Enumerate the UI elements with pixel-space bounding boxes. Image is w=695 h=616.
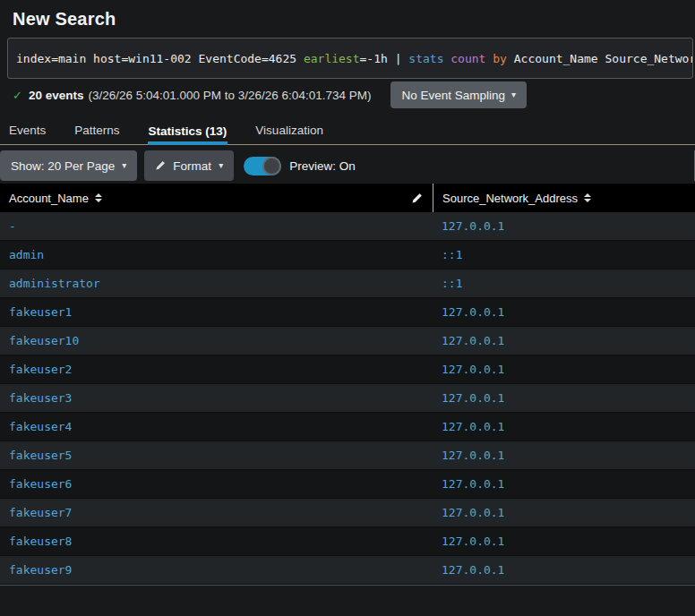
query-token-plain: | bbox=[395, 52, 409, 65]
source-network-address-value[interactable]: 127.0.0.1 bbox=[442, 535, 504, 548]
table-cell: 127.0.0.1 bbox=[433, 327, 695, 355]
source-network-address-value[interactable]: 127.0.0.1 bbox=[442, 391, 504, 405]
preview-label: Preview: On bbox=[289, 159, 356, 173]
table-cell: ::1 bbox=[433, 241, 695, 269]
account-name-value[interactable]: administrator bbox=[9, 277, 100, 290]
events-status-bar: ✓ 20 events (3/26/26 5:04:01.000 PM to 3… bbox=[0, 81, 695, 108]
source-network-address-value[interactable]: 127.0.0.1 bbox=[442, 563, 504, 577]
tabs: EventsPatternsStatistics (13)Visualizati… bbox=[0, 117, 695, 145]
table-body: -127.0.0.1admin::1administrator::1fakeus… bbox=[0, 212, 695, 585]
column-label: Source_Network_Address bbox=[442, 192, 578, 205]
source-network-address-value[interactable]: 127.0.0.1 bbox=[442, 334, 504, 347]
format-label: Format bbox=[173, 159, 211, 173]
table-row: fakeuser8127.0.0.1 bbox=[0, 527, 695, 556]
per-page-button[interactable]: Show: 20 Per Page ▾ bbox=[0, 150, 137, 181]
sort-column-account-name[interactable]: Account_Name bbox=[9, 192, 102, 205]
table-cell: 127.0.0.1 bbox=[433, 298, 695, 326]
account-name-value[interactable]: admin bbox=[9, 248, 44, 261]
source-network-address-value[interactable]: 127.0.0.1 bbox=[442, 449, 504, 462]
source-network-address-value[interactable]: ::1 bbox=[442, 277, 462, 290]
sort-icon bbox=[95, 193, 102, 202]
table-cell: 127.0.0.1 bbox=[433, 212, 695, 240]
event-sampling-label: No Event Sampling bbox=[401, 89, 505, 102]
query-token-plain: Account_Name Source_Network_Address bbox=[507, 52, 693, 65]
table-cell: fakeuser4 bbox=[0, 413, 433, 441]
tab-visualization[interactable]: Visualization bbox=[254, 117, 324, 144]
table-cell: fakeuser8 bbox=[0, 527, 433, 555]
tab-patterns[interactable]: Patterns bbox=[73, 117, 120, 144]
account-name-value[interactable]: fakeuser3 bbox=[9, 391, 72, 405]
caret-down-icon: ▾ bbox=[219, 161, 223, 170]
table-cell: 127.0.0.1 bbox=[433, 470, 695, 498]
account-name-value[interactable]: fakeuser7 bbox=[9, 506, 72, 519]
tab-events[interactable]: Events bbox=[8, 117, 47, 144]
table-cell: fakeuser6 bbox=[0, 470, 433, 498]
account-name-value[interactable]: fakeuser1 bbox=[9, 305, 72, 319]
table-row: fakeuser10127.0.0.1 bbox=[0, 327, 695, 355]
query-token-function: count bbox=[450, 52, 485, 65]
sort-icon bbox=[584, 193, 591, 202]
table-cell: 127.0.0.1 bbox=[433, 499, 695, 526]
per-page-label: Show: 20 Per Page bbox=[11, 159, 115, 173]
table-header: Account_Name Source_Network_Address bbox=[0, 184, 695, 212]
toggle-knob bbox=[262, 157, 281, 175]
event-count[interactable]: 20 events bbox=[29, 89, 84, 102]
source-network-address-value[interactable]: 127.0.0.1 bbox=[442, 219, 504, 233]
query-token-modifier: earliest bbox=[304, 52, 360, 65]
table-row: fakeuser7127.0.0.1 bbox=[0, 499, 695, 527]
table-row: fakeuser6127.0.0.1 bbox=[0, 470, 695, 499]
table-row: -127.0.0.1 bbox=[0, 212, 695, 241]
search-query: index=main host=win11-002 EventCode=4625… bbox=[16, 52, 693, 65]
tab-statistics-13[interactable]: Statistics (13) bbox=[148, 118, 228, 145]
format-button[interactable]: Format ▾ bbox=[144, 150, 234, 181]
account-name-value[interactable]: fakeuser5 bbox=[9, 449, 72, 462]
edit-column-pencil-icon[interactable] bbox=[411, 192, 423, 204]
source-network-address-value[interactable]: ::1 bbox=[442, 248, 462, 261]
table-cell: fakeuser10 bbox=[0, 327, 433, 355]
table-row: fakeuser5127.0.0.1 bbox=[0, 441, 695, 470]
table-cell: fakeuser2 bbox=[0, 355, 433, 383]
account-name-value[interactable]: fakeuser8 bbox=[9, 535, 72, 548]
table-cell: - bbox=[0, 212, 433, 240]
pencil-icon bbox=[155, 160, 166, 171]
caret-down-icon: ▾ bbox=[122, 161, 126, 170]
account-name-value[interactable]: fakeuser10 bbox=[9, 334, 79, 347]
source-network-address-value[interactable]: 127.0.0.1 bbox=[442, 477, 504, 491]
table-cell: 127.0.0.1 bbox=[433, 384, 695, 412]
table-cell: administrator bbox=[0, 270, 433, 297]
preview-toggle[interactable] bbox=[244, 157, 281, 175]
event-sampling-button[interactable]: No Event Sampling ▾ bbox=[390, 81, 527, 108]
table-cell: fakeuser5 bbox=[0, 441, 433, 469]
source-network-address-value[interactable]: 127.0.0.1 bbox=[442, 420, 504, 433]
query-token-command: stats bbox=[408, 52, 443, 65]
source-network-address-value[interactable]: 127.0.0.1 bbox=[442, 506, 504, 519]
query-token-plain: =-1h bbox=[360, 52, 395, 65]
account-name-value[interactable]: fakeuser6 bbox=[9, 477, 72, 491]
table-cell: ::1 bbox=[433, 270, 695, 297]
sort-column-source-network-address[interactable]: Source_Network_Address bbox=[442, 192, 591, 205]
page-title: New Search bbox=[0, 0, 695, 38]
check-icon: ✓ bbox=[13, 89, 22, 102]
statistics-table: Account_Name Source_Network_Address -127… bbox=[0, 184, 695, 616]
table-cell: fakeuser1 bbox=[0, 298, 433, 326]
source-network-address-value[interactable]: 127.0.0.1 bbox=[442, 305, 504, 319]
table-cell: 127.0.0.1 bbox=[433, 413, 695, 441]
table-cell: 127.0.0.1 bbox=[433, 441, 695, 469]
query-token-keyword: by bbox=[493, 52, 507, 65]
account-name-value[interactable]: fakeuser2 bbox=[9, 363, 72, 376]
account-name-value[interactable]: - bbox=[9, 219, 16, 233]
table-row: fakeuser4127.0.0.1 bbox=[0, 413, 695, 441]
table-cell: fakeuser9 bbox=[0, 556, 433, 584]
source-network-address-value[interactable]: 127.0.0.1 bbox=[442, 363, 504, 376]
table-cell: 127.0.0.1 bbox=[433, 527, 695, 555]
account-name-value[interactable]: fakeuser9 bbox=[9, 563, 72, 577]
table-cell: fakeuser3 bbox=[0, 384, 433, 412]
account-name-value[interactable]: fakeuser4 bbox=[9, 420, 72, 433]
column-header-source-network-address: Source_Network_Address bbox=[433, 184, 695, 212]
search-input[interactable]: index=main host=win11-002 EventCode=4625… bbox=[7, 38, 693, 79]
time-range: (3/26/26 5:04:01.000 PM to 3/26/26 6:04:… bbox=[88, 89, 371, 102]
table-row: fakeuser2127.0.0.1 bbox=[0, 355, 695, 384]
table-row: fakeuser9127.0.0.1 bbox=[0, 556, 695, 585]
results-controls: Show: 20 Per Page ▾ Format ▾ Preview: On bbox=[0, 150, 695, 181]
table-footer bbox=[0, 585, 695, 616]
